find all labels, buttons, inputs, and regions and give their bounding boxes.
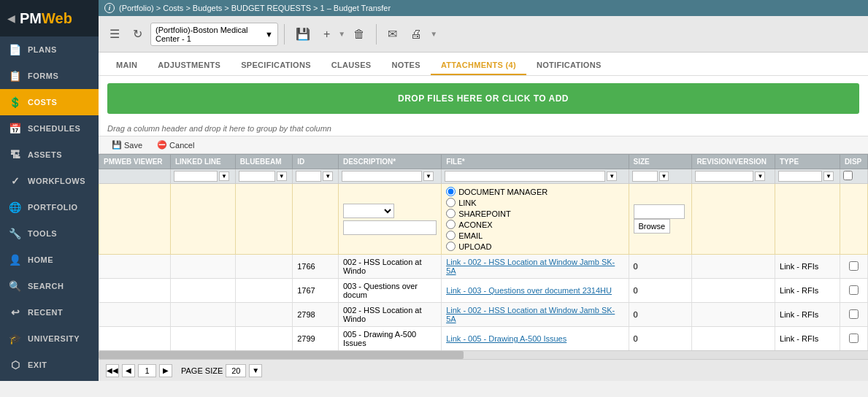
cell-file-2[interactable]: Link - 002 - HSS Location at Window Jamb…	[442, 303, 629, 327]
source-option-email[interactable]: EMAIL	[446, 231, 623, 240]
sidebar-item-recent[interactable]: ↩RECENT	[0, 299, 99, 325]
description-input[interactable]	[343, 220, 437, 235]
filter-type: ▼	[775, 169, 840, 184]
horizontal-scrollbar[interactable]	[99, 350, 868, 359]
cell-file-3[interactable]: Link - 005 - Drawing A-500 Issues	[442, 327, 629, 351]
page-size-input[interactable]	[226, 364, 246, 377]
cell-linked-3	[170, 327, 235, 351]
cell-bluebeam-3	[235, 327, 292, 351]
filter-bluebeam-input[interactable]	[239, 171, 275, 182]
save-toolbar-button[interactable]: 💾	[291, 23, 315, 45]
print-dropdown-arrow[interactable]: ▼	[430, 30, 437, 38]
tab-attachments[interactable]: ATTACHMENTS (4)	[431, 56, 526, 75]
filter-revision-input[interactable]	[695, 171, 753, 182]
drop-zone[interactable]: DROP FILES HERE OR CLICK TO ADD	[107, 83, 859, 114]
add-button[interactable]: +	[318, 24, 335, 45]
add-dropdown-arrow[interactable]: ▼	[338, 30, 345, 38]
source-option-upload[interactable]: UPLOAD	[446, 242, 623, 251]
list-view-button[interactable]: ☰	[104, 23, 125, 45]
source-radio-aconex[interactable]	[446, 220, 456, 229]
source-radio-email[interactable]	[446, 231, 456, 240]
browse-button[interactable]: Browse	[634, 219, 671, 234]
filter-file-btn[interactable]: ▼	[607, 171, 617, 181]
cell-id-1: 1767	[293, 279, 339, 303]
cell-pmweb-0	[99, 255, 171, 279]
file-link-3[interactable]: Link - 005 - Drawing A-500 Issues	[446, 334, 566, 343]
source-option-link[interactable]: LINK	[446, 198, 623, 207]
sidebar-item-schedules[interactable]: 📅SCHEDULES	[0, 115, 99, 142]
sidebar-item-search[interactable]: 🔍SEARCH	[0, 273, 99, 299]
filter-revision-btn[interactable]: ▼	[755, 171, 765, 181]
email-button[interactable]: ✉	[383, 23, 402, 45]
sidebar-item-exit[interactable]: ⬡EXIT	[0, 352, 99, 378]
disp-check-1[interactable]	[849, 285, 859, 295]
filter-id-btn[interactable]: ▼	[323, 171, 333, 181]
back-arrow[interactable]: ◀	[7, 12, 15, 24]
source-radio-link[interactable]	[446, 198, 456, 207]
source-option-aconex[interactable]: ACONEX	[446, 220, 623, 229]
filter-bluebeam-btn[interactable]: ▼	[277, 171, 287, 181]
filter-disp-check[interactable]	[843, 171, 853, 180]
col-pmweb-viewer: PMWEB VIEWER	[99, 155, 171, 169]
prev-page-button[interactable]: ◀	[122, 364, 135, 377]
disp-check-0[interactable]	[849, 261, 859, 271]
filter-size-input[interactable]	[632, 171, 658, 182]
cell-disp-1	[840, 279, 867, 303]
tab-notifications[interactable]: NOTIFICATIONS	[526, 56, 612, 75]
file-link-1[interactable]: Link - 003 - Questions over document 231…	[446, 286, 612, 295]
print-button[interactable]: 🖨	[405, 24, 427, 45]
file-link-2[interactable]: Link - 002 - HSS Location at Window Jamb…	[446, 306, 615, 323]
tab-notes[interactable]: NOTES	[381, 56, 430, 75]
sidebar-label-costs: COSTS	[28, 98, 57, 107]
save-button[interactable]: 💾 Save	[107, 139, 147, 151]
sidebar-item-costs[interactable]: 💲COSTS	[0, 89, 99, 115]
disp-check-3[interactable]	[849, 334, 859, 343]
undo-button[interactable]: ↻	[128, 23, 147, 45]
sidebar-item-plans[interactable]: 📄PLANS	[0, 36, 99, 63]
disp-check-2[interactable]	[849, 309, 859, 319]
cell-file-1[interactable]: Link - 003 - Questions over document 231…	[442, 279, 629, 303]
file-path-input[interactable]	[634, 204, 685, 219]
filter-type-btn[interactable]: ▼	[823, 171, 834, 181]
source-label-upload: UPLOAD	[458, 242, 491, 251]
sidebar-item-university[interactable]: 🎓UNIVERSITY	[0, 325, 99, 352]
sidebar-item-forms[interactable]: 📋FORMS	[0, 63, 99, 89]
filter-size-btn[interactable]: ▼	[659, 171, 669, 181]
scrollbar-thumb[interactable]	[99, 351, 464, 359]
save-icon: 💾	[112, 140, 122, 150]
file-link-0[interactable]: Link - 002 - HSS Location at Window Jamb…	[446, 258, 615, 275]
filter-file-input[interactable]	[445, 171, 605, 182]
sidebar-item-portfolio[interactable]: 🌐PORTFOLIO	[0, 194, 99, 220]
filter-linked-input[interactable]	[174, 171, 218, 182]
source-option-sharepoint[interactable]: SHAREPOINT	[446, 209, 623, 218]
filter-linked-btn[interactable]: ▼	[219, 171, 229, 181]
page-number-input[interactable]	[138, 364, 156, 377]
cell-file-0[interactable]: Link - 002 - HSS Location at Window Jamb…	[442, 255, 629, 279]
tab-adjustments[interactable]: ADJUSTMENTS	[147, 56, 231, 75]
tab-clauses[interactable]: CLAUSES	[321, 56, 382, 75]
add-linked	[170, 184, 235, 255]
first-page-button[interactable]: ◀◀	[106, 364, 119, 377]
cancel-button[interactable]: ⛔ Cancel	[153, 139, 199, 151]
sidebar-item-assets[interactable]: 🏗ASSETS	[0, 142, 99, 168]
source-option-document-manager[interactable]: DOCUMENT MANAGER	[446, 187, 623, 196]
source-radio-upload[interactable]	[446, 242, 456, 251]
project-selector[interactable]: (Portfolio)-Boston Medical Center - 1 ▼	[150, 23, 278, 46]
tab-specifications[interactable]: SPECIFICATIONS	[231, 56, 321, 75]
filter-id-input[interactable]	[296, 171, 321, 182]
delete-button[interactable]: 🗑	[348, 24, 370, 45]
cancel-icon: ⛔	[157, 140, 167, 150]
sidebar-item-workflows[interactable]: ✓WORKFLOWS	[0, 168, 99, 194]
source-radio-document-manager[interactable]	[446, 187, 456, 196]
page-size-dropdown-btn[interactable]: ▼	[249, 364, 262, 377]
filter-type-input[interactable]	[778, 171, 822, 182]
sidebar-item-tools[interactable]: 🔧TOOLS	[0, 220, 99, 247]
source-radio-sharepoint[interactable]	[446, 209, 456, 218]
tab-main[interactable]: MAIN	[106, 56, 147, 75]
filter-desc-btn[interactable]: ▼	[423, 171, 434, 181]
description-select[interactable]	[343, 204, 394, 218]
filter-desc-input[interactable]	[342, 171, 422, 182]
sidebar-item-home[interactable]: 👤HOME	[0, 247, 99, 273]
info-icon[interactable]: i	[104, 3, 115, 13]
next-page-button[interactable]: ▶	[159, 364, 172, 377]
